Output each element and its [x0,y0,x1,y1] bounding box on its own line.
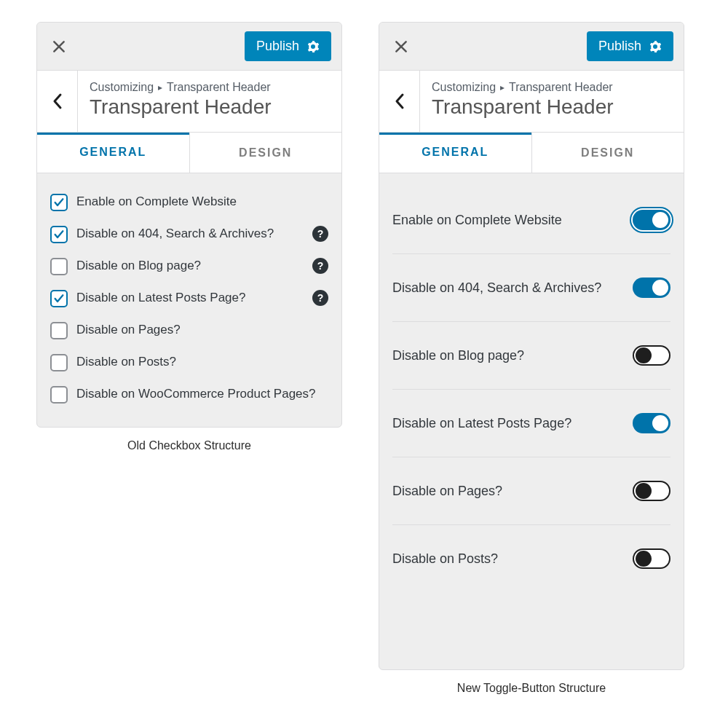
checkbox[interactable] [50,322,68,339]
tabs: GENERAL DESIGN [37,133,341,173]
topbar: Publish [379,23,684,71]
toggle[interactable] [633,481,670,501]
option-row: Disable on Blog page?? [50,251,328,283]
toggle[interactable] [633,548,670,569]
right-caption: New Toggle-Button Structure [457,682,606,695]
option-row: Disable on 404, Search & Archives?? [50,219,328,251]
left-caption: Old Checkbox Structure [127,439,251,452]
back-button[interactable] [37,71,78,132]
option-row: Disable on 404, Search & Archives? [392,254,670,322]
publish-button[interactable]: Publish [587,31,673,61]
breadcrumb: Customizing ▸ Transparent Header [90,81,272,94]
chevron-left-icon [394,93,405,110]
option-row: Enable on Complete Website [392,186,670,254]
help-icon[interactable]: ? [312,258,328,274]
gear-icon [306,40,320,53]
breadcrumb-separator-icon: ▸ [158,82,162,93]
toggle-knob [652,415,668,431]
publish-label: Publish [256,39,299,54]
checkbox[interactable] [50,258,68,275]
back-button[interactable] [379,71,420,132]
left-panel-wrap: Publish Customizing ▸ Transparent Header… [36,22,342,452]
breadcrumb-leaf: Transparent Header [167,81,271,94]
options-list-checkbox: Enable on Complete WebsiteDisable on 404… [37,173,341,427]
option-row: Enable on Complete Website [50,186,328,219]
checkbox[interactable] [50,354,68,371]
right-panel-wrap: Publish Customizing ▸ Transparent Header… [379,22,684,695]
option-label: Disable on Blog page? [392,348,633,363]
option-row: Disable on Pages? [392,457,670,525]
tab-general[interactable]: GENERAL [379,133,531,173]
help-icon[interactable]: ? [312,290,328,306]
breadcrumb-root: Customizing [432,81,496,94]
option-label: Disable on Pages? [76,322,328,339]
help-icon[interactable]: ? [312,226,328,242]
breadcrumb-separator-icon: ▸ [500,82,505,93]
close-icon [394,39,408,54]
close-icon [52,39,66,54]
option-label: Disable on Pages? [392,484,633,499]
title-text: Customizing ▸ Transparent Header Transpa… [420,71,625,132]
toggle-knob [636,551,652,567]
checkbox[interactable] [50,226,68,243]
toggle[interactable] [633,278,670,298]
toggle[interactable] [633,413,670,433]
option-label: Disable on 404, Search & Archives? [392,280,633,296]
checkbox[interactable] [50,290,68,307]
gear-icon [649,40,662,53]
panel-title: Transparent Header [432,95,614,119]
customizer-panel-old: Publish Customizing ▸ Transparent Header… [36,22,342,428]
breadcrumb: Customizing ▸ Transparent Header [432,81,614,94]
checkbox[interactable] [50,386,68,404]
options-list-toggle: Enable on Complete WebsiteDisable on 404… [379,173,684,608]
topbar: Publish [37,23,341,71]
toggle-knob [636,347,652,363]
close-button[interactable] [389,35,413,58]
tab-general[interactable]: GENERAL [37,133,189,173]
checkbox[interactable] [50,194,68,211]
option-row: Disable on Posts? [50,347,328,379]
titlebar: Customizing ▸ Transparent Header Transpa… [37,71,341,133]
breadcrumb-leaf: Transparent Header [509,81,613,94]
toggle[interactable] [633,210,670,230]
option-row: Disable on Pages? [50,315,328,347]
option-label: Disable on Posts? [392,551,633,567]
toggle[interactable] [633,345,670,366]
toggle-knob [652,212,668,228]
option-label: Disable on 404, Search & Archives? [76,226,304,243]
option-row: Disable on Blog page? [392,322,670,390]
option-row: Disable on Posts? [392,525,670,592]
toggle-knob [652,280,668,296]
breadcrumb-root: Customizing [90,81,154,94]
option-label: Enable on Complete Website [76,194,328,210]
option-row: Disable on WooCommerce Product Pages? [50,379,328,411]
panel-title: Transparent Header [90,95,272,119]
option-label: Enable on Complete Website [392,213,633,228]
close-button[interactable] [47,35,71,58]
tabs: GENERAL DESIGN [379,133,684,173]
tab-design[interactable]: DESIGN [531,133,684,173]
option-label: Disable on Latest Posts Page? [76,290,304,307]
title-text: Customizing ▸ Transparent Header Transpa… [78,71,283,132]
option-label: Disable on Latest Posts Page? [392,416,633,431]
toggle-knob [636,483,652,499]
tab-design[interactable]: DESIGN [189,133,342,173]
option-row: Disable on Latest Posts Page?? [50,283,328,315]
option-label: Disable on WooCommerce Product Pages? [76,386,328,403]
customizer-panel-new: Publish Customizing ▸ Transparent Header… [379,22,684,670]
publish-label: Publish [598,39,641,54]
titlebar: Customizing ▸ Transparent Header Transpa… [379,71,684,133]
publish-button[interactable]: Publish [245,31,331,61]
chevron-left-icon [52,93,63,110]
option-row: Disable on Latest Posts Page? [392,390,670,457]
option-label: Disable on Posts? [76,354,328,371]
option-label: Disable on Blog page? [76,258,304,275]
